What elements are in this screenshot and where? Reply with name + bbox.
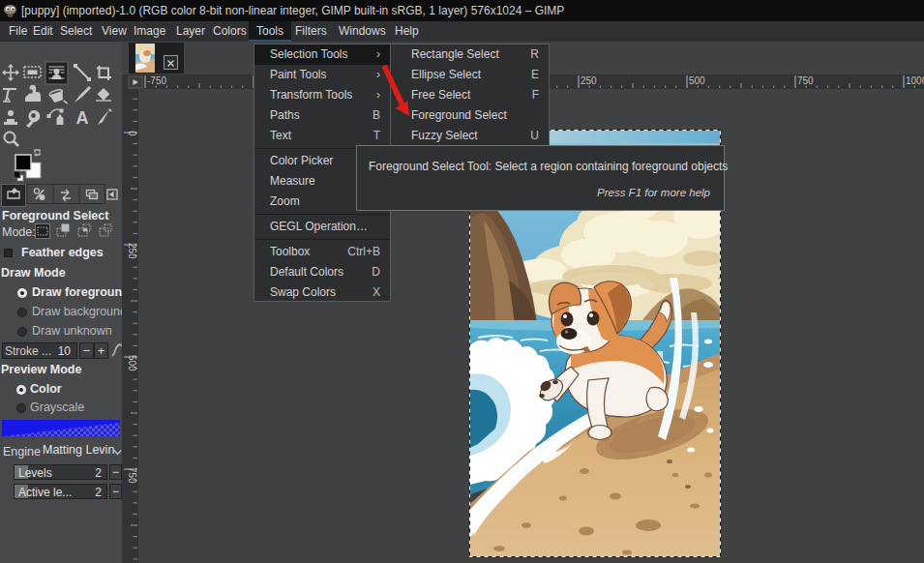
svg-text:750: 750	[797, 75, 814, 86]
svg-text:500: 500	[689, 75, 705, 86]
svg-text:0: 0	[127, 131, 137, 136]
svg-text:-750: -750	[147, 75, 166, 86]
svg-text:A: A	[76, 108, 89, 128]
svg-text:250: 250	[581, 75, 597, 86]
svg-text:500: 500	[127, 355, 137, 371]
svg-text:1000: 1000	[906, 75, 924, 86]
svg-text:250: 250	[127, 243, 137, 259]
svg-text:750: 750	[127, 467, 137, 484]
